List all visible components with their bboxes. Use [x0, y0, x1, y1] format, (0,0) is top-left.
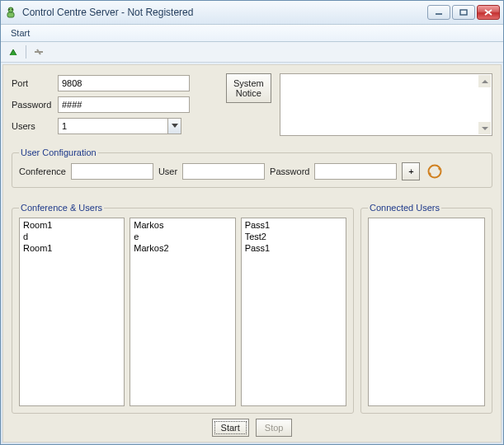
- system-notice-line2: Notice: [236, 88, 261, 98]
- cfg-password-input[interactable]: [314, 163, 397, 180]
- add-button[interactable]: +: [402, 162, 420, 180]
- system-notice-button[interactable]: System Notice: [226, 73, 271, 103]
- connected-users-list[interactable]: [368, 218, 485, 406]
- top-row: Port Password Users: [12, 73, 492, 139]
- refresh-icon[interactable]: [425, 162, 445, 180]
- connected-users-panel: Connected Users: [360, 194, 492, 414]
- users-list[interactable]: Markos e Markos2: [130, 218, 235, 406]
- user-configuration-group: User Configuration Conference User Passw…: [12, 148, 492, 188]
- users-combo-input[interactable]: [58, 118, 181, 134]
- window-title: Control Centre Server - Not Registered: [22, 7, 427, 18]
- password-label: Password: [12, 100, 58, 110]
- menu-start[interactable]: Start: [7, 26, 33, 40]
- stop-button[interactable]: Stop: [256, 419, 293, 437]
- user-label: User: [158, 166, 177, 176]
- scroll-up-icon[interactable]: [478, 75, 491, 87]
- svg-rect-1: [7, 12, 14, 17]
- password-input[interactable]: [58, 96, 190, 113]
- maximize-button[interactable]: [452, 5, 475, 20]
- conference-label: Conference: [19, 166, 66, 176]
- bottom-buttons: Start Stop: [12, 419, 492, 437]
- users-combo[interactable]: [58, 118, 181, 134]
- notice-area: [280, 73, 492, 139]
- server-settings-form: Port Password Users: [12, 73, 218, 139]
- menubar: Start: [1, 25, 503, 42]
- close-button[interactable]: [477, 5, 500, 20]
- app-icon: [4, 6, 17, 19]
- chevron-down-icon[interactable]: [167, 119, 181, 134]
- conference-list[interactable]: Room1 d Room1: [19, 218, 125, 406]
- start-button[interactable]: Start: [212, 419, 249, 437]
- connected-users-legend: Connected Users: [368, 203, 441, 213]
- app-window: Control Centre Server - Not Registered S…: [0, 0, 504, 445]
- system-notice-button-wrap: System Notice: [226, 73, 271, 139]
- minimize-button[interactable]: [427, 5, 450, 20]
- window-buttons: [427, 5, 500, 20]
- port-input[interactable]: [58, 75, 190, 91]
- connect-icon[interactable]: [6, 44, 21, 59]
- client-area: Port Password Users: [2, 64, 502, 443]
- user-input[interactable]: [182, 163, 265, 180]
- notice-textarea[interactable]: [280, 73, 492, 136]
- lists-row: Conference & Users Room1 d Room1 Markos …: [12, 194, 492, 414]
- conference-users-legend: Conference & Users: [19, 203, 104, 213]
- svg-point-3: [12, 9, 13, 11]
- passwords-list[interactable]: Pass1 Test2 Pass1: [241, 218, 346, 406]
- toolbar: [1, 42, 503, 63]
- users-label: Users: [12, 121, 58, 131]
- disconnect-icon[interactable]: [31, 44, 46, 59]
- user-configuration-legend: User Configuration: [19, 148, 98, 157]
- conference-users-panel: Conference & Users Room1 d Room1 Markos …: [12, 194, 354, 414]
- cfg-password-label: Password: [270, 166, 309, 176]
- port-label: Port: [12, 78, 58, 88]
- svg-point-2: [8, 9, 10, 11]
- conference-input[interactable]: [71, 163, 153, 180]
- system-notice-line1: System: [233, 78, 264, 88]
- svg-point-10: [429, 166, 441, 178]
- titlebar: Control Centre Server - Not Registered: [1, 1, 503, 25]
- toolbar-separator: [26, 45, 26, 59]
- scroll-down-icon[interactable]: [478, 122, 491, 134]
- svg-rect-5: [460, 10, 467, 15]
